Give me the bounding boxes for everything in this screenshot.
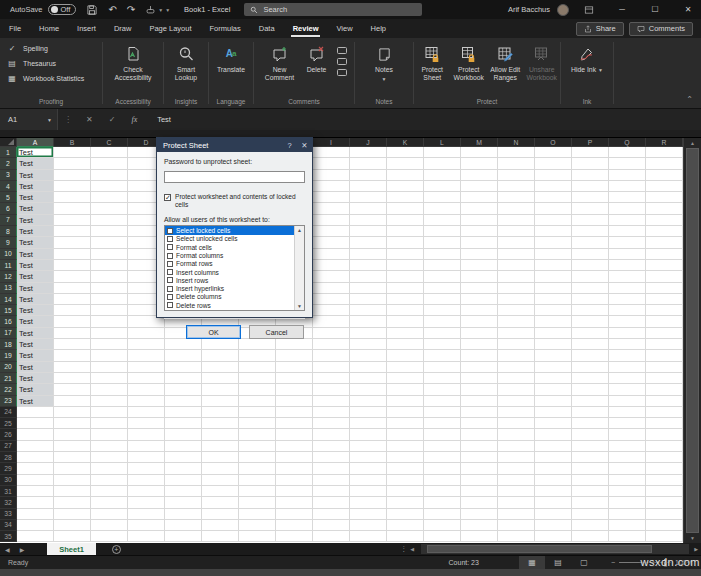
row-header-9[interactable]: 9 <box>0 237 17 248</box>
cell-Q8[interactable] <box>609 226 646 237</box>
row-header-22[interactable]: 22 <box>0 384 17 395</box>
collapse-ribbon-button[interactable]: ⌃ <box>686 95 693 104</box>
cell-F22[interactable] <box>202 384 239 395</box>
cell-B10[interactable] <box>54 249 91 260</box>
cell-N33[interactable] <box>498 509 535 520</box>
cell-Q5[interactable] <box>609 192 646 203</box>
cell-J1[interactable] <box>350 147 387 158</box>
cell-A1[interactable]: Test <box>17 147 54 158</box>
cell-K5[interactable] <box>387 192 424 203</box>
option-insert-columns[interactable]: Insert columns <box>165 268 294 276</box>
cell-Q34[interactable] <box>609 520 646 531</box>
minimize-button[interactable]: ─ <box>609 0 635 19</box>
allow-edit-ranges-button[interactable]: Allow Edit Ranges <box>487 41 524 82</box>
cell-H20[interactable] <box>276 362 313 373</box>
cell-R24[interactable] <box>646 407 683 418</box>
cell-K2[interactable] <box>387 158 424 169</box>
cell-N15[interactable] <box>498 305 535 316</box>
option-delete-rows[interactable]: Delete rows <box>165 301 294 309</box>
cell-B25[interactable] <box>54 418 91 429</box>
cell-I6[interactable] <box>313 203 350 214</box>
option-checkbox[interactable] <box>167 286 173 292</box>
cell-G25[interactable] <box>239 418 276 429</box>
cell-R20[interactable] <box>646 362 683 373</box>
cell-A25[interactable] <box>17 418 54 429</box>
page-break-view-button[interactable]: ▢ <box>571 556 597 570</box>
cell-C30[interactable] <box>91 475 128 486</box>
cell-N4[interactable] <box>498 181 535 192</box>
cell-E20[interactable] <box>165 362 202 373</box>
option-format-rows[interactable]: Format rows <box>165 260 294 268</box>
cell-B4[interactable] <box>54 181 91 192</box>
workbook-statistics-button[interactable]: ▦ Workbook Statistics <box>6 72 96 84</box>
cell-K35[interactable] <box>387 531 424 542</box>
cell-D26[interactable] <box>128 429 165 440</box>
cell-G22[interactable] <box>239 384 276 395</box>
cell-A34[interactable] <box>17 520 54 531</box>
cell-C4[interactable] <box>91 181 128 192</box>
cell-M24[interactable] <box>461 407 498 418</box>
dialog-help-button[interactable]: ? <box>282 138 297 152</box>
cell-G32[interactable] <box>239 497 276 508</box>
cell-N21[interactable] <box>498 373 535 384</box>
cell-K32[interactable] <box>387 497 424 508</box>
sheet-tab-sheet1[interactable]: Sheet1 <box>47 543 96 555</box>
delete-comment-button[interactable]: Delete <box>298 41 335 74</box>
cell-D19[interactable] <box>128 350 165 361</box>
cell-E30[interactable] <box>165 475 202 486</box>
option-insert-hyperlinks[interactable]: Insert hyperlinks <box>165 285 294 293</box>
cell-M32[interactable] <box>461 497 498 508</box>
cell-P7[interactable] <box>572 215 609 226</box>
cell-N13[interactable] <box>498 283 535 294</box>
cell-L9[interactable] <box>424 237 461 248</box>
cell-I30[interactable] <box>313 475 350 486</box>
cell-K25[interactable] <box>387 418 424 429</box>
cell-A32[interactable] <box>17 497 54 508</box>
cell-I11[interactable] <box>313 260 350 271</box>
cell-B30[interactable] <box>54 475 91 486</box>
cell-M1[interactable] <box>461 147 498 158</box>
cell-J4[interactable] <box>350 181 387 192</box>
cell-K34[interactable] <box>387 520 424 531</box>
row-header-34[interactable]: 34 <box>0 520 17 531</box>
new-sheet-button[interactable]: + <box>112 545 121 554</box>
row-header-24[interactable]: 24 <box>0 407 17 418</box>
cell-L6[interactable] <box>424 203 461 214</box>
cell-N7[interactable] <box>498 215 535 226</box>
cell-E24[interactable] <box>165 407 202 418</box>
cell-R5[interactable] <box>646 192 683 203</box>
cell-I28[interactable] <box>313 452 350 463</box>
cell-B17[interactable] <box>54 328 91 339</box>
tab-page-layout[interactable]: Page Layout <box>140 19 200 38</box>
cell-D23[interactable] <box>128 396 165 407</box>
cell-J33[interactable] <box>350 509 387 520</box>
cell-Q6[interactable] <box>609 203 646 214</box>
cell-C3[interactable] <box>91 170 128 181</box>
cell-L11[interactable] <box>424 260 461 271</box>
cell-K33[interactable] <box>387 509 424 520</box>
cell-R27[interactable] <box>646 441 683 452</box>
cell-Q2[interactable] <box>609 158 646 169</box>
cell-I33[interactable] <box>313 509 350 520</box>
scroll-up-icon[interactable]: ▲ <box>684 138 701 148</box>
cell-O20[interactable] <box>535 362 572 373</box>
cell-O27[interactable] <box>535 441 572 452</box>
cell-N9[interactable] <box>498 237 535 248</box>
cell-M11[interactable] <box>461 260 498 271</box>
row-header-25[interactable]: 25 <box>0 418 17 429</box>
cell-K6[interactable] <box>387 203 424 214</box>
cell-P6[interactable] <box>572 203 609 214</box>
option-checkbox[interactable] <box>167 294 173 300</box>
cell-B15[interactable] <box>54 305 91 316</box>
cancel-button[interactable]: Cancel <box>249 325 304 339</box>
row-header-18[interactable]: 18 <box>0 339 17 350</box>
row-header-28[interactable]: 28 <box>0 452 17 463</box>
cell-P4[interactable] <box>572 181 609 192</box>
cell-A26[interactable] <box>17 429 54 440</box>
cell-H27[interactable] <box>276 441 313 452</box>
autosave-toggle[interactable]: Off <box>48 4 77 15</box>
cell-H23[interactable] <box>276 396 313 407</box>
cell-Q23[interactable] <box>609 396 646 407</box>
cell-Q33[interactable] <box>609 509 646 520</box>
cell-R23[interactable] <box>646 396 683 407</box>
